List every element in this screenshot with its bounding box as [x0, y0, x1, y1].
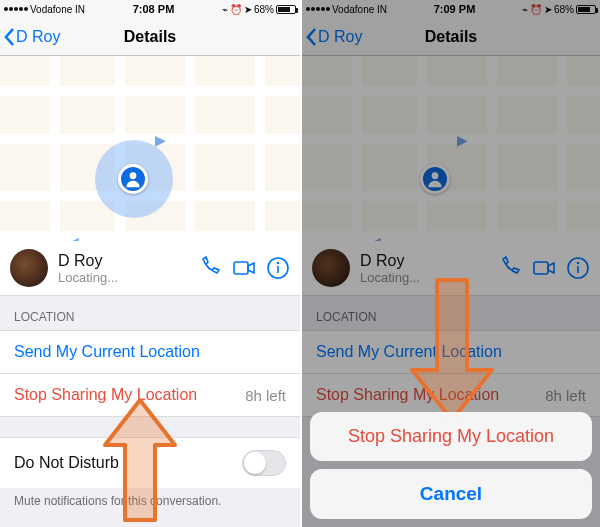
svg-point-4	[278, 263, 279, 264]
facetime-icon[interactable]	[232, 256, 256, 280]
svg-point-0	[130, 172, 137, 179]
time-left-label: 8h left	[245, 387, 286, 404]
phone-icon[interactable]	[198, 256, 222, 280]
chevron-left-icon	[2, 27, 16, 47]
info-icon[interactable]	[266, 256, 290, 280]
stop-sharing-label: Stop Sharing My Location	[14, 386, 197, 404]
battery-percent: 68%	[254, 4, 274, 15]
sheet-stop-sharing-button[interactable]: Stop Sharing My Location	[310, 412, 592, 461]
contact-info: D Roy Locating...	[58, 252, 198, 285]
navbar: D Roy Details	[0, 18, 300, 56]
action-sheet: Stop Sharing My Location Cancel	[310, 412, 592, 519]
status-time: 7:08 PM	[133, 3, 175, 15]
contact-name: D Roy	[58, 252, 198, 270]
signal-dots-icon	[4, 7, 28, 11]
dnd-label: Do Not Disturb	[14, 454, 119, 472]
svg-rect-1	[234, 262, 248, 274]
sheet-cancel-button[interactable]: Cancel	[310, 469, 592, 519]
user-location-pin[interactable]	[118, 164, 148, 194]
location-icon: ➤	[244, 4, 252, 15]
person-icon	[123, 169, 143, 189]
back-button[interactable]: D Roy	[2, 18, 60, 55]
stop-sharing-button[interactable]: Stop Sharing My Location 8h left	[0, 373, 300, 417]
screenshot-left: Vodafone IN 7:08 PM ⌁ ⏰ ➤ 68% D Roy Deta…	[0, 0, 300, 527]
back-label: D Roy	[16, 28, 60, 46]
battery-icon	[276, 5, 296, 14]
status-bar: Vodafone IN 7:08 PM ⌁ ⏰ ➤ 68%	[0, 0, 300, 18]
dnd-switch[interactable]	[242, 450, 286, 476]
avatar	[10, 249, 48, 287]
do-not-disturb-row: Do Not Disturb	[0, 437, 300, 488]
send-location-label: Send My Current Location	[14, 343, 200, 361]
screenshot-right: Vodafone IN 7:09 PM ⌁ ⏰ ➤ 68% D Roy Deta…	[300, 0, 600, 527]
bluetooth-icon: ⌁	[222, 4, 228, 15]
alarm-icon: ⏰	[230, 4, 242, 15]
map-container[interactable]: ▶ ◀	[0, 56, 300, 241]
carrier-label: Vodafone IN	[30, 4, 85, 15]
send-location-button[interactable]: Send My Current Location	[0, 330, 300, 373]
navbar-title: Details	[124, 28, 176, 46]
dnd-footnote: Mute notifications for this conversation…	[0, 488, 300, 508]
section-header-location: LOCATION	[0, 296, 300, 330]
contact-status: Locating...	[58, 270, 198, 285]
contact-row[interactable]: D Roy Locating...	[0, 241, 300, 296]
